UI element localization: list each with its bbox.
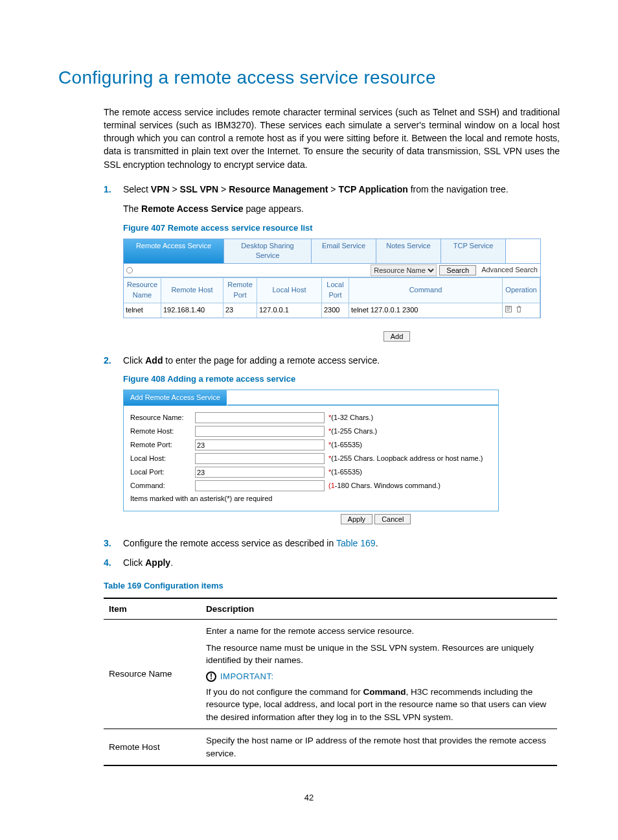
table-169-link[interactable]: Table 169 <box>336 538 376 548</box>
apply-button[interactable]: Apply <box>341 514 373 524</box>
intro-paragraph: The remote access service includes remot… <box>104 106 560 171</box>
form-hint: *(1-32 Chars.) <box>328 413 373 423</box>
table-169-caption: Table 169 Configuration items <box>104 580 560 592</box>
form-hint: *(1-255 Chars.) <box>328 426 377 437</box>
delete-icon[interactable] <box>515 305 523 313</box>
form-label: Local Port: <box>130 467 195 478</box>
form-header: Add Remote Access Service <box>124 390 227 406</box>
form-row: Local Host:*(1-255 Chars. Loopback addre… <box>124 452 498 465</box>
form-note: Items marked with an asterisk(*) are req… <box>124 493 498 507</box>
form-row: Remote Host:*(1-255 Chars.) <box>124 425 498 438</box>
form-input[interactable] <box>195 453 325 464</box>
form-hint: *(1-65535) <box>328 440 362 450</box>
form-input[interactable] <box>195 426 325 437</box>
search-icon <box>126 267 133 274</box>
form-hint: (1-180 Chars. Windows command.) <box>328 481 441 491</box>
search-button[interactable]: Search <box>439 265 476 275</box>
important-icon: ! <box>206 671 216 682</box>
form-input[interactable] <box>195 412 325 423</box>
form-row: Local Port:*(1-65535) <box>124 465 498 479</box>
add-button[interactable]: Add <box>383 331 411 342</box>
form-hint: *(1-255 Chars. Loopback address or host … <box>328 454 483 464</box>
form-hint: *(1-65535) <box>328 467 362 478</box>
table-169: Item Description Resource Name Enter a n… <box>104 598 557 767</box>
edit-icon[interactable] <box>505 305 512 313</box>
form-row: Resource Name:*(1-32 Chars.) <box>124 411 498 425</box>
step-3: Configure the remote access service as d… <box>104 537 560 550</box>
form-input[interactable] <box>195 439 325 450</box>
step-4: Click Apply. <box>104 556 560 569</box>
tab-remote-access[interactable]: Remote Access Service <box>124 239 224 264</box>
form-input[interactable] <box>195 467 325 478</box>
search-input[interactable] <box>137 265 368 275</box>
form-row: Remote Port:*(1-65535) <box>124 438 498 452</box>
form-label: Resource Name: <box>130 413 195 423</box>
tab-desktop-sharing[interactable]: Desktop Sharing Service <box>224 239 312 264</box>
tab-notes[interactable]: Notes Service <box>376 239 441 264</box>
form-label: Remote Port: <box>130 440 195 450</box>
table-header: Resource Name Remote Host Remote Port Lo… <box>124 277 540 303</box>
advanced-search-link[interactable]: Advanced Search <box>481 265 538 275</box>
figure-407-caption: Figure 407 Remote access service resourc… <box>123 222 560 235</box>
step-2: Click Add to enter the page for adding a… <box>104 354 560 367</box>
figure-408-caption: Figure 408 Adding a remote access servic… <box>123 373 560 386</box>
table-row: telnet 192.168.1.40 23 127.0.0.1 2300 te… <box>124 303 540 318</box>
important-callout: ! IMPORTANT: <box>206 671 555 683</box>
search-field-select[interactable]: Resource Name <box>371 264 437 276</box>
page-title: Configuring a remote access service reso… <box>58 65 560 91</box>
tab-tcp[interactable]: TCP Service <box>441 239 506 264</box>
figure-408: Add Remote Access Service Resource Name:… <box>123 390 499 511</box>
form-label: Remote Host: <box>130 426 195 437</box>
page-number: 42 <box>58 792 560 804</box>
form-label: Command: <box>130 481 195 491</box>
figure-407: Remote Access Service Desktop Sharing Se… <box>123 239 541 319</box>
tab-email[interactable]: Email Service <box>312 239 376 264</box>
table-row: Remote Host Specify the host name or IP … <box>104 729 557 766</box>
form-input[interactable] <box>195 480 325 491</box>
table-row: Resource Name Enter a name for the remot… <box>104 620 557 729</box>
step-1: Select VPN > SSL VPN > Resource Manageme… <box>104 183 560 196</box>
form-label: Local Host: <box>130 454 195 464</box>
form-row: Command:(1-180 Chars. Windows command.) <box>124 479 498 493</box>
step-1-subline: The Remote Access Service page appears. <box>123 202 560 215</box>
cancel-button[interactable]: Cancel <box>374 514 411 524</box>
